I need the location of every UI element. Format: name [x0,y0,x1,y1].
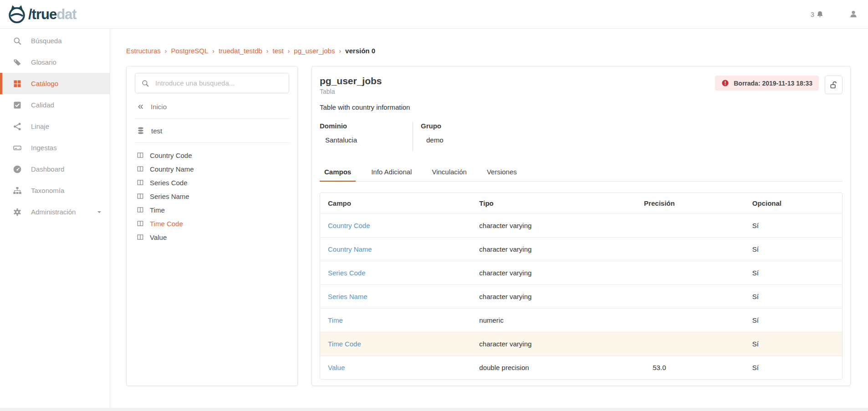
structure-header-actions: Borrada: 2019-11-13 18:33 [715,76,842,94]
sidebar-item-busqueda[interactable]: Búsqueda [0,30,110,51]
structure-description: Table with country information [320,103,842,111]
sidebar-item-label: Búsqueda [31,37,62,45]
breadcrumb-link-test[interactable]: test [273,47,284,55]
field-item-country-name[interactable]: Country Name [135,162,289,176]
sitemap-icon [13,186,22,195]
column-header-opcional: Opcional [727,199,842,207]
table-row-series-code: Series Codecharacter varyingSí [320,261,842,284]
sidebar-item-ingestas[interactable]: Ingestas [0,137,110,158]
field-item-label: Series Name [150,193,189,200]
field-item-time-code[interactable]: Time Code [135,217,289,230]
breadcrumb-separator: › [288,47,290,55]
field-type: character varying [471,222,592,229]
structure-header: pg_user_jobs Tabla Borrada: 2019-11-13 1… [320,76,842,95]
notifications-count: 3 [811,10,814,18]
sidebar-item-label: Calidad [31,101,54,109]
search-icon [13,36,22,46]
field-type: character varying [471,340,592,348]
field-link-time-code[interactable]: Time Code [328,340,361,348]
breadcrumb: Estructuras›PostgreSQL›truedat_testdb›te… [110,29,868,55]
share-icon [13,122,22,131]
breadcrumb-separator: › [339,47,341,55]
sidebar-item-administracion[interactable]: Administración [0,201,110,223]
sidebar-item-label: Linaje [31,122,49,130]
grid-icon [13,79,22,88]
field-item-series-name[interactable]: Series Name [135,189,289,203]
structure-type: Tabla [320,88,382,95]
breadcrumb-link-estructuras[interactable]: Estructuras [126,47,161,55]
sidebar-item-catalogo[interactable]: Catálogo [0,73,110,94]
field-type: numeric [471,316,592,324]
field-optional: Sí [727,293,842,300]
bottom-scrollbar-track[interactable] [0,408,868,411]
tab-vinculacion[interactable]: Vinculación [427,163,471,182]
table-row-time: TimenumericSí [320,308,842,332]
table-icon [137,165,144,173]
sidebar-item-dashboard[interactable]: Dashboard [0,158,110,180]
sidebar-item-linaje[interactable]: Linaje [0,116,110,137]
field-type: character varying [471,293,592,300]
breadcrumb-link-truedat-testdb[interactable]: truedat_testdb [219,47,262,55]
field-item-time[interactable]: Time [135,203,289,217]
sidebar-item-calidad[interactable]: Calidad [0,94,110,116]
field-link-series-name[interactable]: Series Name [328,293,368,300]
table-icon [137,179,144,186]
field-link-country-code[interactable]: Country Code [328,222,370,229]
sidebar-item-taxonomia[interactable]: Taxonomía [0,180,110,201]
table-icon [137,220,144,227]
check-square-icon [13,101,22,110]
lock-toggle-button[interactable] [825,76,842,94]
field-type: character varying [471,269,592,277]
field-optional: Sí [727,269,842,277]
breadcrumb-current: versión 0 [345,47,375,55]
bell-icon [816,10,824,19]
field-link-time[interactable]: Time [328,316,343,324]
structure-tabs: CamposInfo AdicionalVinculaciónVersiones [320,163,842,182]
main-content: Estructuras›PostgreSQL›truedat_testdb›te… [110,29,868,411]
tab-info-adicional[interactable]: Info Adicional [367,163,416,182]
gear-icon [13,208,22,217]
table-row-country-code: Country Codecharacter varyingSí [320,213,842,237]
table-row-value: Valuedouble precision53.0Sí [320,355,842,379]
unlock-icon [829,81,838,90]
field-item-value[interactable]: Value [135,230,289,244]
sidebar-item-glosario[interactable]: Glosario [0,51,110,73]
gauge-icon [13,165,22,174]
sidebar-item-label: Dashboard [31,165,64,173]
breadcrumb-link-pg-user-jobs[interactable]: pg_user_jobs [294,47,335,55]
user-menu-button[interactable] [849,10,858,19]
tab-versiones[interactable]: Versiones [482,163,521,182]
back-to-home-button[interactable]: Inicio [135,99,289,119]
sidebar-item-label: Administración [31,208,76,216]
deleted-badge-label: Borrada: 2019-11-13 18:33 [734,80,812,87]
deleted-badge: Borrada: 2019-11-13 18:33 [715,76,819,91]
table-header-row: CampoTipoPrecisiónOpcional [320,193,842,213]
notifications-button[interactable]: 3 [811,10,824,19]
user-icon [849,10,858,19]
field-optional: Sí [727,364,842,371]
breadcrumb-link-postgresql[interactable]: PostgreSQL [171,47,209,55]
table-row-country-name: Country Namecharacter varyingSí [320,237,842,261]
brand-text-primary: /true [28,6,56,22]
field-item-label: Time Code [150,220,183,228]
breadcrumb-separator: › [266,47,269,55]
field-link-value[interactable]: Value [328,364,345,371]
search-input[interactable] [154,79,283,87]
tab-campos[interactable]: Campos [320,163,356,182]
error-circle-icon [721,79,729,87]
field-link-series-code[interactable]: Series Code [328,269,366,277]
field-item-country-code[interactable]: Country Code [135,148,289,162]
sidebar: BúsquedaGlosarioCatálogoCalidadLinajeIng… [0,29,110,411]
parent-schema-item[interactable]: test [135,119,289,143]
truedat-logo[interactable]: /truedat [7,4,77,25]
field-item-label: Country Code [150,152,192,159]
group-column: Grupo demo [413,122,444,151]
domain-label: Dominio [320,122,413,130]
breadcrumb-separator: › [165,47,167,55]
structure-detail-panel: pg_user_jobs Tabla Borrada: 2019-11-13 1… [311,66,851,386]
field-item-series-code[interactable]: Series Code [135,176,289,189]
domain-column: Dominio Santalucia [320,122,413,151]
domain-value: Santalucia [320,136,413,144]
structure-search-box [135,73,289,93]
field-link-country-name[interactable]: Country Name [328,245,372,253]
